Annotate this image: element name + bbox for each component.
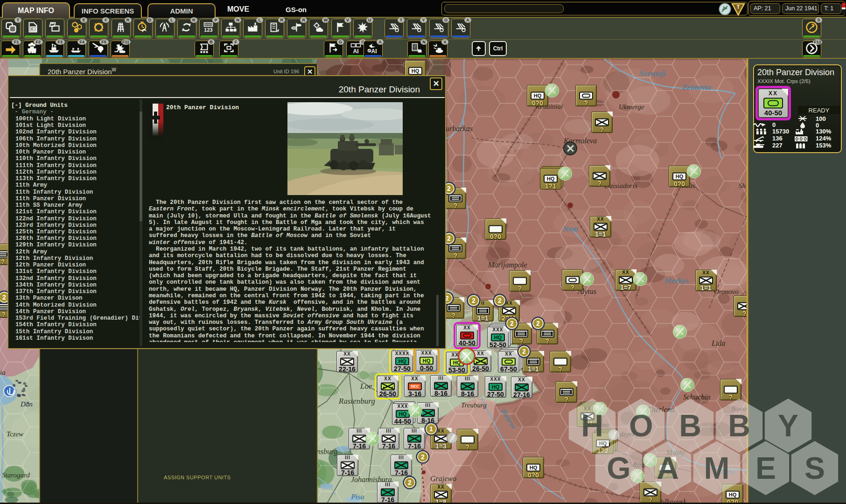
svg-text:AI: AI: [353, 48, 358, 54]
svg-text:T: T: [737, 5, 740, 10]
svg-text:123: 123: [204, 27, 213, 33]
svg-text:AI: AI: [371, 48, 377, 54]
